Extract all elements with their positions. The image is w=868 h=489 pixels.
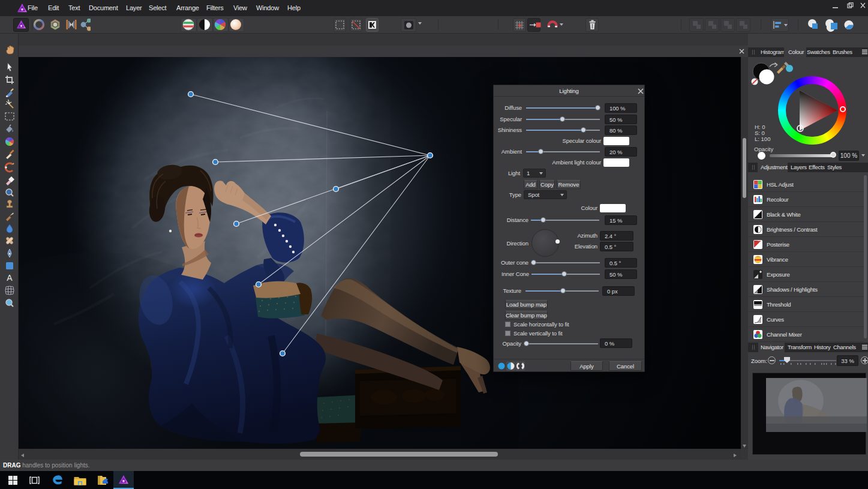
svg-text:A: A xyxy=(7,273,13,283)
